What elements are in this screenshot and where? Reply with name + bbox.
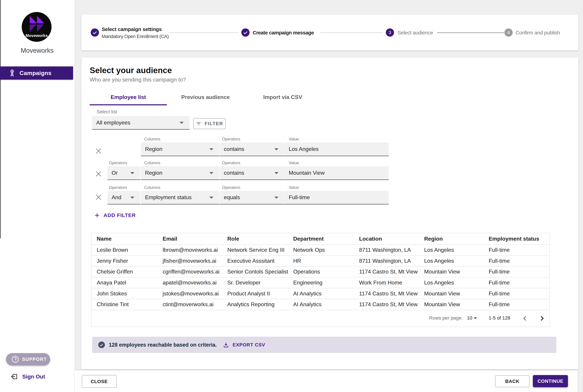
svg-text:Moveworks: Moveworks [25,33,48,38]
